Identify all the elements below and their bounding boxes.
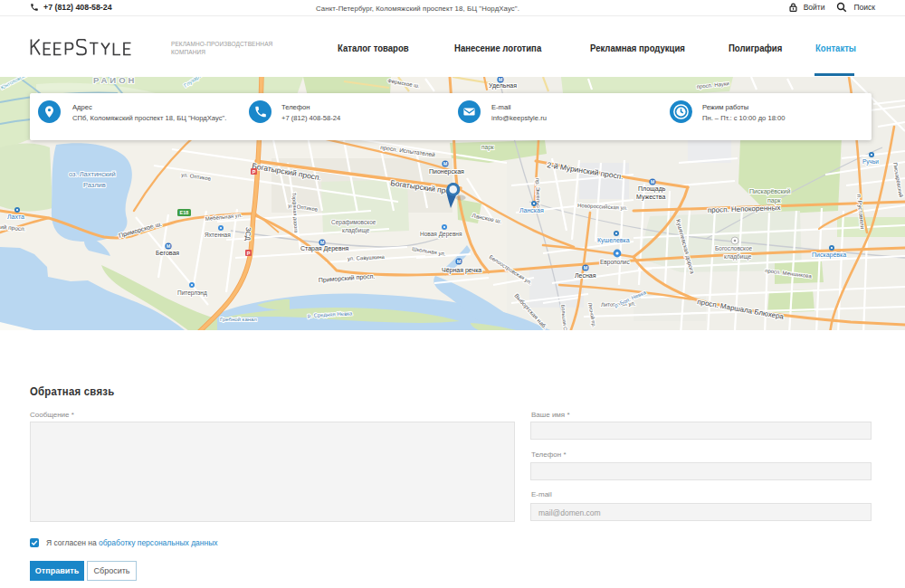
- svg-text:Богословское: Богословское: [715, 245, 753, 251]
- svg-text:E18: E18: [180, 210, 189, 215]
- svg-text:M: M: [651, 179, 655, 185]
- svg-text:Ручьи: Ручьи: [862, 158, 879, 166]
- svg-text:кладбище: кладбище: [724, 253, 752, 261]
- svg-text:РАЙОН: РАЙОН: [93, 77, 137, 85]
- svg-text:Питерлэнд: Питерлэнд: [177, 289, 207, 297]
- svg-text:Лесная: Лесная: [575, 272, 596, 279]
- svg-text:P: P: [252, 169, 256, 175]
- svg-text:Старая Деревня: Старая Деревня: [300, 245, 349, 252]
- svg-text:M: M: [457, 259, 462, 264]
- svg-text:Беговая: Беговая: [156, 250, 179, 256]
- svg-text:оз. Лахтинский: оз. Лахтинский: [69, 170, 116, 178]
- svg-text:Лахта: Лахта: [7, 213, 24, 220]
- svg-text:Пискарёвка: Пискарёвка: [812, 251, 846, 259]
- svg-text:парк: парк: [767, 197, 782, 204]
- svg-text:M: M: [584, 265, 588, 270]
- svg-text:Яхтенная: Яхтенная: [205, 232, 231, 238]
- svg-text:Европолис: Европолис: [600, 259, 630, 266]
- svg-text:ЗСД: ЗСД: [243, 227, 252, 241]
- svg-text:Удельная: Удельная: [489, 82, 517, 90]
- svg-text:Серафимовское: Серафимовское: [331, 219, 376, 226]
- svg-text:Пионерская: Пионерская: [429, 168, 464, 175]
- svg-text:Площадь: Площадь: [638, 185, 666, 193]
- svg-text:P: P: [247, 251, 251, 256]
- svg-text:пр. Энгельса: пр. Энгельса: [535, 178, 541, 212]
- svg-text:Кушелевка: Кушелевка: [597, 237, 630, 244]
- svg-text:Чёрная речка: Чёрная речка: [442, 267, 481, 274]
- svg-text:Ланская: Ланская: [519, 207, 544, 213]
- svg-text:M: M: [167, 243, 171, 249]
- svg-text:Разлив: Разлив: [83, 181, 106, 189]
- svg-text:M: M: [443, 161, 448, 166]
- svg-text:кладбище: кладбище: [342, 227, 370, 234]
- svg-text:Новая Деревня: Новая Деревня: [420, 231, 462, 238]
- svg-text:парк: парк: [481, 144, 494, 151]
- svg-text:Гребной канал: Гребной канал: [220, 317, 257, 322]
- svg-text:Мужества: Мужества: [636, 194, 665, 201]
- svg-text:Пискарёвский: Пискарёвский: [749, 188, 790, 195]
